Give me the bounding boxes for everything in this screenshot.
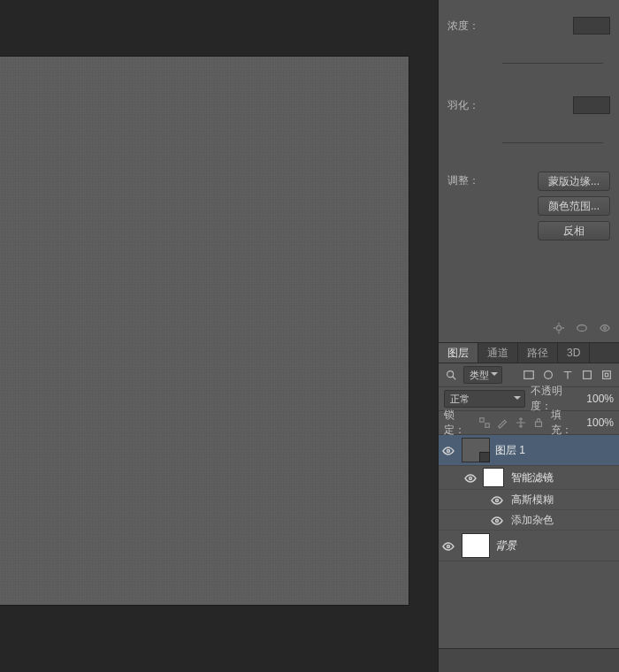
layer-name[interactable]: 背景 (495, 538, 516, 554)
layers-panel: 图层 通道 路径 3D 类型 正常 不透明度： 100% (439, 343, 619, 672)
layer-filter-row: 类型 (439, 363, 619, 387)
visibility-toggle[interactable] (488, 515, 506, 524)
svg-rect-6 (584, 371, 592, 379)
eye-toggle-icon[interactable] (598, 321, 612, 335)
svg-rect-8 (605, 373, 608, 377)
lock-transparency-icon[interactable] (478, 416, 492, 430)
color-range-button[interactable]: 颜色范围... (538, 196, 610, 216)
filter-kind-dropdown[interactable]: 类型 (463, 366, 502, 384)
svg-rect-9 (480, 418, 484, 422)
filter-mask-thumbnail[interactable] (483, 468, 504, 487)
visibility-toggle[interactable] (488, 495, 506, 504)
density-label: 浓度： (447, 19, 499, 34)
mask-icon[interactable] (575, 321, 589, 335)
feather-row: 羽化： (447, 92, 610, 118)
filter-type-icon[interactable] (561, 368, 575, 382)
tab-paths[interactable]: 路径 (518, 343, 558, 363)
svg-point-1 (577, 325, 587, 332)
filter-pixel-icon[interactable] (522, 368, 536, 382)
opacity-value[interactable]: 100% (586, 393, 614, 405)
mask-edge-button[interactable]: 蒙版边缘... (538, 172, 610, 191)
fill-label: 填充： (551, 408, 580, 438)
tab-channels[interactable]: 通道 (478, 343, 518, 363)
svg-point-14 (496, 500, 499, 502)
feather-slider[interactable] (502, 142, 603, 143)
search-icon (444, 368, 458, 382)
smart-filters-row[interactable]: 智能滤镜 (439, 466, 619, 490)
blend-mode-dropdown[interactable]: 正常 (444, 390, 525, 408)
lock-row: 锁定： 填充： 100% (439, 411, 619, 435)
svg-point-15 (496, 520, 499, 523)
invert-button[interactable]: 反相 (538, 221, 610, 241)
lock-all-icon[interactable] (532, 416, 546, 430)
adjust-row: 调整： 蒙版边缘... 颜色范围... 反相 (447, 172, 610, 241)
svg-rect-11 (536, 422, 542, 426)
lock-pixels-icon[interactable] (496, 416, 509, 430)
filter-name: 添加杂色 (511, 513, 554, 528)
svg-point-13 (470, 477, 472, 480)
eye-icon (491, 495, 503, 504)
layer-thumbnail[interactable] (462, 438, 490, 462)
eye-icon (491, 515, 503, 524)
eye-icon (442, 541, 455, 550)
lock-label: 锁定： (444, 408, 473, 438)
tab-3d[interactable]: 3D (558, 343, 590, 363)
filter-name: 高斯模糊 (511, 493, 554, 508)
layers-footer (439, 648, 619, 672)
adjust-label: 调整： (447, 172, 499, 188)
svg-point-16 (447, 546, 450, 548)
right-panel: 浓度： 羽化： 调整： 蒙版边缘... 颜色范围... 反相 (438, 0, 619, 672)
svg-point-12 (447, 450, 450, 453)
layer-thumbnail[interactable] (462, 533, 490, 558)
blend-row: 正常 不透明度： 100% (439, 387, 619, 411)
visibility-toggle[interactable] (462, 473, 479, 482)
svg-rect-10 (485, 424, 489, 427)
svg-point-3 (447, 371, 454, 378)
target-icon[interactable] (552, 321, 566, 335)
filter-shape-icon[interactable] (580, 368, 594, 382)
visibility-toggle[interactable] (439, 446, 458, 454)
filter-adjust-icon[interactable] (541, 368, 555, 382)
visibility-toggle[interactable] (439, 541, 458, 550)
document-canvas[interactable] (0, 57, 409, 605)
eye-icon (442, 446, 455, 454)
eye-icon (464, 473, 477, 482)
layer-tree: 图层 1 智能滤镜 高斯模糊 (439, 435, 619, 648)
filter-smart-icon[interactable] (600, 368, 614, 382)
svg-point-5 (545, 371, 553, 379)
tab-layers[interactable]: 图层 (439, 343, 478, 363)
filter-add-noise[interactable]: 添加杂色 (439, 510, 619, 531)
feather-input[interactable] (573, 96, 610, 114)
density-row: 浓度： (447, 12, 610, 39)
svg-point-2 (604, 327, 607, 330)
panel-tabs: 图层 通道 路径 3D (439, 343, 619, 363)
feather-label: 羽化： (447, 98, 499, 113)
layer-row-layer1[interactable]: 图层 1 (439, 435, 619, 466)
properties-footer-icons (552, 321, 612, 335)
layer-name[interactable]: 图层 1 (495, 443, 525, 458)
density-slider[interactable] (502, 63, 603, 64)
canvas-area (0, 0, 438, 672)
svg-rect-7 (603, 371, 611, 379)
smart-filters-label: 智能滤镜 (511, 470, 554, 485)
properties-panel: 浓度： 羽化： 调整： 蒙版边缘... 颜色范围... 反相 (439, 0, 619, 343)
filter-gaussian-blur[interactable]: 高斯模糊 (439, 490, 619, 510)
lock-position-icon[interactable] (515, 416, 528, 430)
svg-point-0 (556, 325, 561, 330)
layer-row-background[interactable]: 背景 (439, 531, 619, 561)
density-input[interactable] (573, 17, 610, 34)
fill-value[interactable]: 100% (586, 416, 614, 429)
svg-rect-4 (524, 371, 534, 379)
